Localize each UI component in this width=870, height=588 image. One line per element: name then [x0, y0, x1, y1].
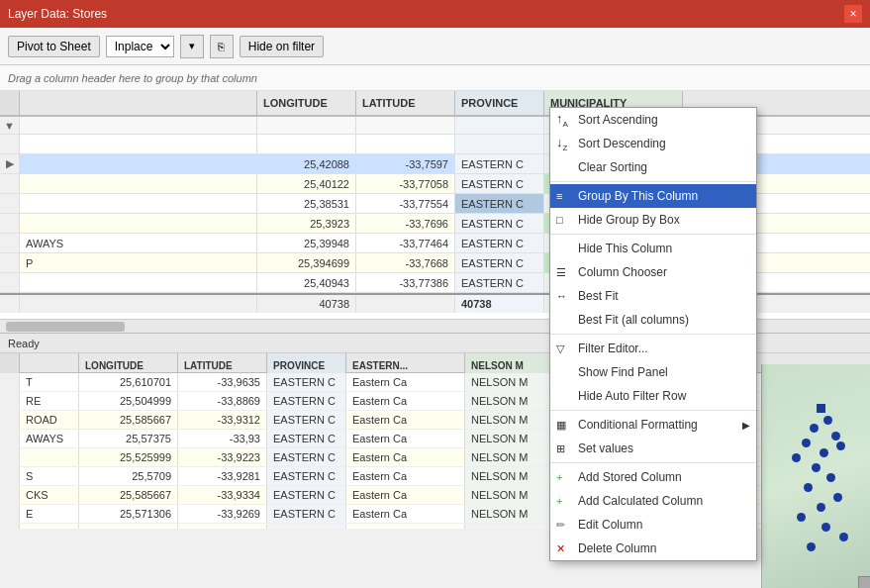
sort-desc-icon: ↓Z	[556, 135, 567, 152]
submenu-arrow-icon: ▶	[742, 420, 750, 431]
ctx-separator-5	[550, 462, 756, 463]
map-dot	[833, 493, 842, 502]
hide-auto-filter-item[interactable]: Hide Auto Filter Row	[550, 384, 756, 408]
header-longitude[interactable]: LONGITUDE	[257, 91, 356, 115]
ctx-separator-3	[550, 334, 756, 335]
header-name[interactable]	[20, 91, 257, 115]
map-dot	[804, 483, 813, 492]
map-dot	[812, 463, 821, 472]
context-menu: ↑A Sort Ascending ↓Z Sort Descending Cle…	[549, 107, 757, 561]
map-dot	[820, 448, 828, 457]
col-chooser-icon: ☰	[556, 266, 566, 279]
pivot-to-sheet-button[interactable]: Pivot to Sheet	[8, 36, 100, 57]
map-dot	[831, 432, 840, 441]
map-dot	[836, 441, 845, 450]
hide-on-filter-button[interactable]: Hide on filter	[240, 36, 324, 57]
filter-icon: ▽	[556, 343, 564, 355]
header-row-num	[0, 91, 20, 115]
hide-this-column-item[interactable]: Hide This Column	[550, 237, 756, 260]
drag-hint: Drag a column header here to group by th…	[0, 65, 870, 91]
ctx-separator-4	[550, 410, 756, 411]
resize-handle[interactable]	[858, 576, 870, 588]
window-container: Layer Data: Stores × Pivot to Sheet Inpl…	[0, 0, 870, 588]
map-dot	[802, 439, 811, 447]
header-latitude[interactable]: LATITUDE	[356, 91, 455, 115]
group-by-column-item[interactable]: ≡ Group By This Column	[550, 184, 756, 208]
arrow-button[interactable]: ▾	[180, 35, 204, 58]
title-text: Layer Data: Stores	[8, 7, 107, 21]
map-dot	[807, 542, 816, 551]
map-dot	[817, 404, 825, 413]
set-values-item[interactable]: ⊞ Set values	[550, 437, 756, 460]
edit-column-item[interactable]: ✏ Edit Column	[550, 513, 756, 537]
header-province[interactable]: PROVINCE	[455, 91, 544, 115]
cond-format-icon: ▦	[556, 419, 566, 432]
hide-group-by-box-item[interactable]: □ Hide Group By Box	[550, 208, 756, 232]
status-text: Ready	[8, 338, 40, 349]
show-find-panel-item[interactable]: Show Find Panel	[550, 360, 756, 384]
map-dot	[810, 424, 819, 433]
add-stored-column-item[interactable]: + Add Stored Column	[550, 465, 756, 489]
inplace-select[interactable]: Inplace	[106, 36, 174, 57]
set-values-icon: ⊞	[556, 442, 565, 455]
sort-descending-item[interactable]: ↓Z Sort Descending	[550, 132, 756, 155]
ctx-separator-2	[550, 234, 756, 235]
clear-sorting-item[interactable]: Clear Sorting	[550, 155, 756, 179]
map-dot	[817, 503, 825, 512]
map-area	[761, 364, 870, 588]
best-fit-icon: ↔	[556, 290, 567, 302]
map-dot	[797, 513, 806, 522]
best-fit-item[interactable]: ↔ Best Fit	[550, 284, 756, 308]
delete-col-icon: ✕	[556, 542, 565, 555]
copy-button[interactable]: ⎘	[210, 35, 234, 58]
map-dot	[826, 473, 835, 482]
group-by-icon: ≡	[556, 190, 562, 202]
map-dot	[839, 533, 848, 541]
ctx-separator-1	[550, 181, 756, 182]
hide-group-icon: □	[556, 214, 563, 226]
add-stored-icon: +	[556, 471, 562, 483]
column-chooser-item[interactable]: ☰ Column Chooser	[550, 260, 756, 284]
map-dot	[792, 453, 801, 462]
sort-ascending-item[interactable]: ↑A Sort Ascending	[550, 108, 756, 132]
map-dot	[823, 416, 832, 425]
map-dot	[822, 523, 830, 532]
add-calc-icon: +	[556, 495, 562, 507]
title-bar: Layer Data: Stores ×	[0, 0, 870, 28]
best-fit-all-item[interactable]: Best Fit (all columns)	[550, 308, 756, 332]
scrollbar-thumb[interactable]	[6, 322, 125, 332]
sort-asc-icon: ↑A	[556, 111, 568, 129]
delete-column-item[interactable]: ✕ Delete Column	[550, 537, 756, 560]
add-calculated-column-item[interactable]: + Add Calculated Column	[550, 489, 756, 513]
filter-editor-item[interactable]: ▽ Filter Editor...	[550, 337, 756, 360]
conditional-formatting-item[interactable]: ▦ Conditional Formatting ▶	[550, 413, 756, 437]
edit-col-icon: ✏	[556, 519, 565, 532]
close-button[interactable]: ×	[844, 5, 862, 23]
toolbar: Pivot to Sheet Inplace ▾ ⎘ Hide on filte…	[0, 28, 870, 65]
